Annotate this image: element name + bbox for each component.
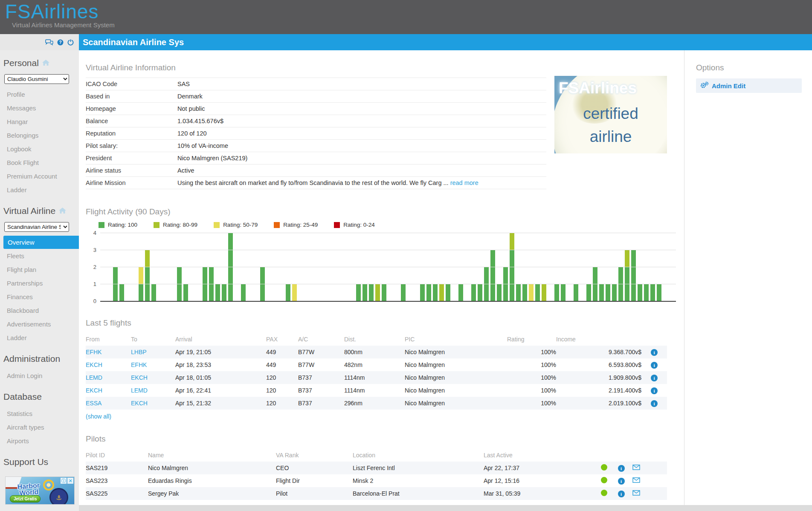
bar-segment-r100 xyxy=(484,267,489,301)
info-label: Airline status xyxy=(86,167,177,174)
mail-icon[interactable] xyxy=(632,490,640,497)
read-more-link[interactable]: read more xyxy=(450,179,478,186)
airport-link-to[interactable]: LEMD xyxy=(131,387,148,394)
bar-segment-r5079 xyxy=(139,267,143,284)
bar-segment-r8099 xyxy=(439,284,444,301)
airport-link-to[interactable]: EFHK xyxy=(131,361,147,368)
app-header: FSAirlines Virtual Airlines Management S… xyxy=(0,0,812,34)
sidebar-select-personal[interactable]: Claudio Gusmini xyxy=(4,74,69,84)
airport-link-from[interactable]: LEMD xyxy=(86,374,102,381)
info-value: SAS xyxy=(177,81,190,87)
airport-link-to[interactable]: LHBP xyxy=(131,349,147,355)
flight-row: EKCHLEMDApr 16, 22:41120B7371114nmNico M… xyxy=(86,384,667,397)
sidebar-item-ladder[interactable]: Ladder xyxy=(3,183,79,196)
bar-segment-r100 xyxy=(650,284,655,301)
airport-link-from[interactable]: EKCH xyxy=(86,361,102,368)
bar-segment-r100 xyxy=(586,284,591,301)
bar-segment-r100 xyxy=(535,284,540,301)
power-icon[interactable] xyxy=(67,39,74,46)
home-icon[interactable] xyxy=(59,206,66,216)
pilot-info-cell: i xyxy=(614,487,629,500)
chart-bar-day-53 xyxy=(439,284,446,301)
mail-icon[interactable] xyxy=(632,477,640,484)
flight-row: ESSAEKCHApr 15, 21:32120B737296nmNico Ma… xyxy=(86,397,667,410)
ad-cta-button[interactable]: Jetzt Gratis xyxy=(10,495,41,502)
bar-segment-r100 xyxy=(599,284,604,301)
sidebar-item-overview[interactable]: Overview xyxy=(3,236,79,249)
info-icon[interactable]: i xyxy=(618,465,625,472)
sidebar-item-book-flight[interactable]: Book Flight xyxy=(3,156,79,169)
support-ad[interactable]: HarborWorld ⚓ Jetzt Gratis ⓘ ✕ xyxy=(5,476,75,505)
chart-bar-day-61 xyxy=(490,250,497,301)
sidebar-item-advertisements[interactable]: Advertisements xyxy=(3,318,79,331)
airport-link-to[interactable]: EKCH xyxy=(131,400,148,407)
flight-pax: 449 xyxy=(266,346,298,358)
sidebar-item-blackboard[interactable]: Blackboard xyxy=(3,304,79,317)
sidebar-item-premium-account[interactable]: Premium Account xyxy=(3,170,79,183)
mail-icon[interactable] xyxy=(632,465,640,471)
sidebar-item-hangar[interactable]: Hangar xyxy=(3,115,79,128)
sidebar-item-belongings[interactable]: Belongings xyxy=(3,129,79,142)
ad-close-icon[interactable]: ✕ xyxy=(67,478,73,484)
airport-link-to[interactable]: EKCH xyxy=(131,374,148,381)
airport-link-from[interactable]: EFHK xyxy=(86,349,102,355)
info-row-homepage: HomepageNot public xyxy=(86,103,546,115)
airport-link-from[interactable]: EKCH xyxy=(86,387,102,394)
flight-from: ESSA xyxy=(86,397,131,410)
home-icon[interactable] xyxy=(42,58,49,68)
flight-ac: B77W xyxy=(298,358,344,371)
sidebar-item-partnerships[interactable]: Partnerships xyxy=(3,277,79,290)
flight-income: 2.019.100v$ xyxy=(556,397,641,410)
info-icon[interactable]: i xyxy=(651,400,658,407)
airport-link-from[interactable]: ESSA xyxy=(86,400,102,407)
legend-label: Rating: 50-79 xyxy=(223,222,258,228)
info-icon[interactable]: i xyxy=(651,362,658,369)
sidebar-item-statistics[interactable]: Statistics xyxy=(3,407,79,420)
info-icon[interactable]: i xyxy=(618,478,625,485)
help-icon[interactable]: ? xyxy=(57,39,64,46)
sidebar-item-messages[interactable]: Messages xyxy=(3,101,79,115)
ad-info-icon[interactable]: ⓘ xyxy=(61,478,67,484)
sidebar-item-admin-login[interactable]: Admin Login xyxy=(3,369,79,382)
sidebar-item-fleets[interactable]: Fleets xyxy=(3,249,79,263)
flights-col-a-c: A/C xyxy=(298,333,344,346)
flight-pic: Nico Malmgren xyxy=(405,384,507,397)
sidebar-item-finances[interactable]: Finances xyxy=(3,290,79,303)
svg-text:?: ? xyxy=(59,40,61,45)
pilot-filler xyxy=(644,487,667,500)
admin-edit-button[interactable]: Admin Edit xyxy=(696,78,802,93)
legend-item-r2549: Rating: 25-49 xyxy=(274,222,318,228)
chart-bar-day-52 xyxy=(433,284,439,301)
info-icon[interactable]: i xyxy=(651,349,658,356)
chart-bar-day-16 xyxy=(203,267,209,301)
sidebar-item-flight-plan[interactable]: Flight plan xyxy=(3,263,79,276)
chat-icon[interactable] xyxy=(45,39,53,46)
info-icon[interactable]: i xyxy=(651,375,658,381)
sidebar-item-aircraft-types[interactable]: Aircraft types xyxy=(3,421,79,434)
pilot-name: Eduardas Ringis xyxy=(148,474,276,487)
chart-bar-day-58 xyxy=(471,284,478,301)
sidebar-item-logbook[interactable]: Logbook xyxy=(3,142,79,156)
sidebar-item-ladder[interactable]: Ladder xyxy=(3,331,79,344)
sidebar-item-airports[interactable]: Airports xyxy=(3,434,79,447)
bar-segment-r100 xyxy=(593,267,597,301)
pilot-rank: Pilot xyxy=(276,487,353,500)
info-row-based-in: Based inDenmark xyxy=(86,90,546,103)
y-tick-label: 4 xyxy=(93,230,96,236)
flight-from: EKCH xyxy=(86,358,131,371)
info-icon[interactable]: i xyxy=(651,387,658,394)
info-icon[interactable]: i xyxy=(618,491,625,497)
sidebar-select-virtual-airline[interactable]: Scandinavian Airline S xyxy=(4,222,69,232)
online-status-dot xyxy=(601,490,607,496)
pilots-col-va-rank: VA Rank xyxy=(276,449,353,462)
flight-from: LEMD xyxy=(86,371,131,384)
info-label: Homepage xyxy=(86,105,177,112)
sidebar-item-profile[interactable]: Profile xyxy=(3,88,79,101)
admin-edit-link[interactable]: Admin Edit xyxy=(712,82,745,89)
show-all-link[interactable]: (show all) xyxy=(86,413,111,420)
chart-bar-day-6 xyxy=(139,267,145,301)
flight-pic: Nico Malmgren xyxy=(405,397,507,410)
chart-bar-day-47 xyxy=(401,284,407,301)
bar-segment-r100 xyxy=(503,267,508,301)
pilot-status-cell xyxy=(594,487,614,500)
